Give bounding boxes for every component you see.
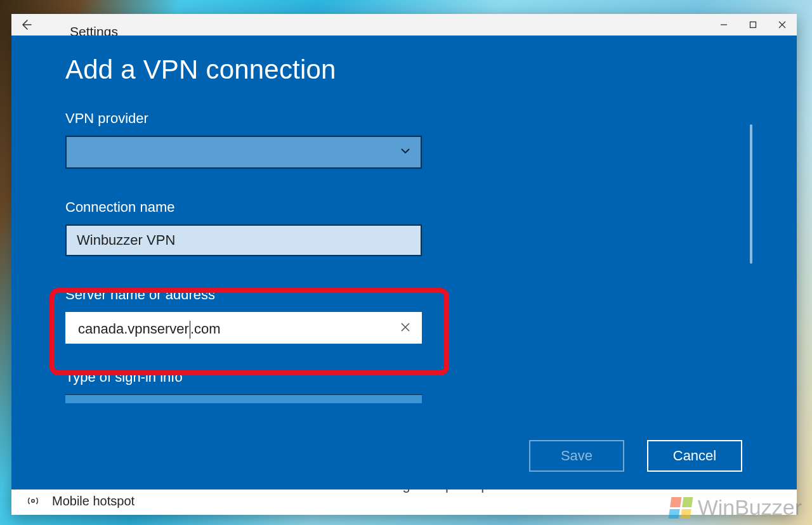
field-connection-name: Connection name Winbuzzer VPN <box>65 199 436 256</box>
dialog-scrollbar[interactable] <box>750 124 752 264</box>
field-server-address: Server name or address canada.vpnserver.… <box>65 287 436 344</box>
maximize-button[interactable] <box>738 14 768 36</box>
connection-name-value: Winbuzzer VPN <box>77 232 175 248</box>
server-address-value-before: canada.vpnserver <box>78 321 189 337</box>
field-vpn-provider: VPN provider <box>65 110 436 169</box>
x-icon <box>400 322 410 332</box>
label-connection-name: Connection name <box>65 199 436 216</box>
back-arrow-icon <box>20 18 32 31</box>
close-button[interactable] <box>768 14 797 36</box>
cancel-button[interactable]: Cancel <box>647 440 742 472</box>
desktop-wallpaper: Settings Mobile hotspot Change adapter o… <box>0 0 812 525</box>
sidebar-item-mobile-hotspot[interactable]: Mobile hotspot <box>25 493 134 509</box>
dialog-footer: Save Cancel <box>529 440 742 472</box>
clear-input-button[interactable] <box>400 313 410 342</box>
dialog-title: Add a VPN connection <box>65 55 336 85</box>
maximize-icon <box>749 21 757 29</box>
connection-name-input[interactable]: Winbuzzer VPN <box>65 224 422 256</box>
chevron-down-icon <box>399 145 412 160</box>
titlebar <box>11 14 797 36</box>
label-server-address: Server name or address <box>65 287 436 303</box>
svg-rect-0 <box>750 22 756 28</box>
svg-point-1 <box>32 500 34 502</box>
vpn-provider-dropdown[interactable] <box>65 136 422 169</box>
sidebar-item-label: Mobile hotspot <box>52 494 134 509</box>
label-vpn-provider: VPN provider <box>65 110 436 127</box>
settings-window: Settings Mobile hotspot Change adapter o… <box>11 14 797 515</box>
vpn-form: VPN provider Connection name Winbuzzer V… <box>65 110 436 403</box>
signin-type-dropdown[interactable] <box>65 394 422 403</box>
server-address-input[interactable]: canada.vpnserver.com <box>65 312 422 344</box>
vpn-add-dialog: Add a VPN connection VPN provider Connec… <box>11 36 797 489</box>
save-button[interactable]: Save <box>529 440 624 472</box>
close-icon <box>778 21 786 29</box>
hotspot-icon <box>25 493 41 509</box>
field-signin-type: Type of sign-in info <box>65 369 436 403</box>
label-signin-type: Type of sign-in info <box>65 369 436 386</box>
minimize-icon <box>720 21 728 29</box>
minimize-button[interactable] <box>709 14 738 36</box>
back-button[interactable] <box>11 14 41 36</box>
server-address-value-after: .com <box>190 321 221 337</box>
